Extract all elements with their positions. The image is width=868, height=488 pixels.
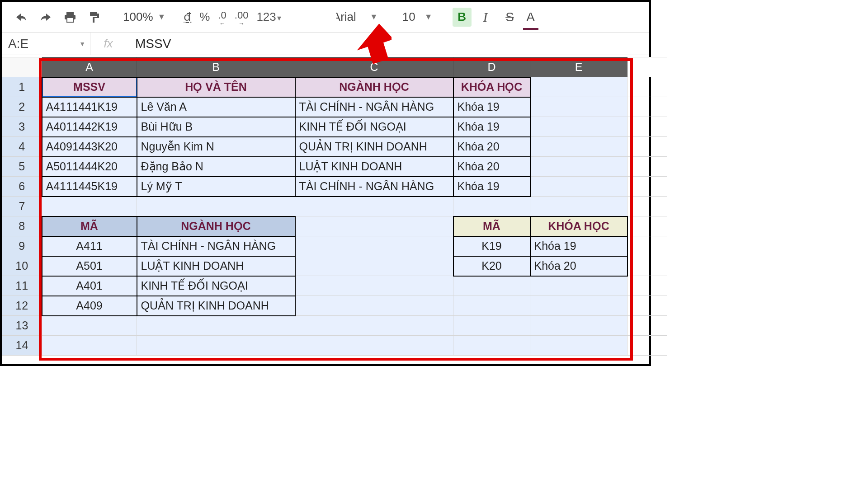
cell-A2[interactable]: A4111441K19	[42, 97, 137, 117]
cell-B7[interactable]	[137, 197, 295, 216]
row-header[interactable]: 14	[2, 336, 42, 356]
cell-B11[interactable]: KINH TẾ ĐỐI NGOẠI	[137, 276, 295, 296]
cell-B5[interactable]: Đặng Bảo N	[137, 157, 295, 177]
row-header[interactable]: 6	[2, 177, 42, 197]
row-header[interactable]: 7	[2, 197, 42, 216]
number-format-dropdown[interactable]: 123▾	[256, 10, 281, 24]
cell-C8[interactable]	[295, 216, 453, 236]
cell-D13[interactable]	[453, 316, 530, 336]
col-header-A[interactable]: A	[42, 57, 137, 77]
cell-D8[interactable]: MÃ	[453, 216, 530, 236]
decrease-decimal-button[interactable]: .0←	[218, 8, 226, 27]
cell-C7[interactable]	[295, 197, 453, 216]
row-header[interactable]: 5	[2, 157, 42, 177]
cell-A4[interactable]: A4091443K20	[42, 137, 137, 157]
cell[interactable]	[627, 177, 667, 197]
cell-B10[interactable]: LUẬT KINH DOANH	[137, 256, 295, 276]
cell-C14[interactable]	[295, 336, 453, 356]
cell-D1[interactable]: KHÓA HỌC	[453, 77, 530, 97]
cell-A5[interactable]: A5011444K20	[42, 157, 137, 177]
cell-D6[interactable]: Khóa 19	[453, 177, 530, 197]
cell-B3[interactable]: Bùi Hữu B	[137, 117, 295, 137]
cell-D10[interactable]: K20	[453, 256, 530, 276]
col-header-C[interactable]: C	[295, 57, 453, 77]
paint-format-button[interactable]	[84, 7, 105, 28]
cell[interactable]	[627, 276, 667, 296]
cell-D3[interactable]: Khóa 19	[453, 117, 530, 137]
cell-C12[interactable]	[295, 296, 453, 316]
cell-A10[interactable]: A501	[42, 256, 137, 276]
row-header[interactable]: 1	[2, 77, 42, 97]
zoom-dropdown[interactable]: 100% ▼	[120, 10, 168, 24]
print-button[interactable]	[60, 7, 80, 28]
cell-B13[interactable]	[137, 316, 295, 336]
cell-A6[interactable]: A4111445K19	[42, 177, 137, 197]
cell[interactable]	[627, 97, 667, 117]
cell-E8[interactable]: KHÓA HỌC	[530, 216, 627, 236]
cell-E5[interactable]	[530, 157, 627, 177]
cell-D9[interactable]: K19	[453, 236, 530, 256]
cell-C1[interactable]: NGÀNH HỌC	[295, 77, 453, 97]
col-header-E[interactable]: E	[530, 57, 627, 77]
cell[interactable]	[627, 197, 667, 216]
cell-C3[interactable]: KINH TẾ ĐỐI NGOẠI	[295, 117, 453, 137]
cell-B14[interactable]	[137, 336, 295, 356]
cell[interactable]	[627, 117, 667, 137]
cell[interactable]	[627, 316, 667, 336]
cell-B6[interactable]: Lý Mỹ T	[137, 177, 295, 197]
cell-C13[interactable]	[295, 316, 453, 336]
row-header[interactable]: 9	[2, 236, 42, 256]
cell-B9[interactable]: TÀI CHÍNH - NGÂN HÀNG	[137, 236, 295, 256]
cell-C5[interactable]: LUẬT KINH DOANH	[295, 157, 453, 177]
increase-decimal-button[interactable]: .00→	[235, 8, 249, 27]
cell-A8[interactable]: MÃ	[42, 216, 137, 236]
cell-C10[interactable]	[295, 256, 453, 276]
cell-E3[interactable]	[530, 117, 627, 137]
cell-B4[interactable]: Nguyễn Kim N	[137, 137, 295, 157]
font-size-dropdown[interactable]: 10 ▼	[398, 10, 437, 24]
cell-D5[interactable]: Khóa 20	[453, 157, 530, 177]
cell-E7[interactable]	[530, 197, 627, 216]
cell-C11[interactable]	[295, 276, 453, 296]
cell-B12[interactable]: QUẢN TRỊ KINH DOANH	[137, 296, 295, 316]
cell-E4[interactable]	[530, 137, 627, 157]
col-header-D[interactable]: D	[453, 57, 530, 77]
cell[interactable]	[627, 296, 667, 316]
cell-B1[interactable]: HỌ VÀ TÊN	[137, 77, 295, 97]
grid[interactable]: A B C D E 1 MSSV HỌ VÀ TÊN NGÀNH HỌC KHÓ…	[2, 57, 649, 364]
row-header[interactable]: 2	[2, 97, 42, 117]
row-header[interactable]: 11	[2, 276, 42, 296]
bold-button[interactable]: B	[453, 8, 472, 27]
row-header[interactable]: 4	[2, 137, 42, 157]
cell-B2[interactable]: Lê Văn A	[137, 97, 295, 117]
cell-A12[interactable]: A409	[42, 296, 137, 316]
cell[interactable]	[627, 336, 667, 356]
text-color-button[interactable]: A	[524, 7, 538, 28]
strikethrough-button[interactable]: S	[500, 7, 520, 28]
cell-C6[interactable]: TÀI CHÍNH - NGÂN HÀNG	[295, 177, 453, 197]
cell-A14[interactable]	[42, 336, 137, 356]
cell-D12[interactable]	[453, 296, 530, 316]
cell-D4[interactable]: Khóa 20	[453, 137, 530, 157]
cell-D11[interactable]	[453, 276, 530, 296]
row-header[interactable]: 8	[2, 216, 42, 236]
col-header-B[interactable]: B	[137, 57, 295, 77]
cell-E2[interactable]	[530, 97, 627, 117]
cell-A7[interactable]	[42, 197, 137, 216]
cell-E12[interactable]	[530, 296, 627, 316]
redo-button[interactable]	[35, 7, 56, 28]
cell[interactable]	[627, 256, 667, 276]
cell[interactable]	[627, 77, 667, 97]
name-box[interactable]: A:E ▼	[2, 33, 90, 55]
cell-E1[interactable]	[530, 77, 627, 97]
cell-A13[interactable]	[42, 316, 137, 336]
percent-button[interactable]: %	[199, 10, 210, 24]
cell-D2[interactable]: Khóa 19	[453, 97, 530, 117]
select-all-corner[interactable]	[2, 57, 42, 77]
cell[interactable]	[627, 216, 667, 236]
cell-D7[interactable]	[453, 197, 530, 216]
cell-C9[interactable]	[295, 236, 453, 256]
cell[interactable]	[627, 157, 667, 177]
cell-E14[interactable]	[530, 336, 627, 356]
cell-E11[interactable]	[530, 276, 627, 296]
